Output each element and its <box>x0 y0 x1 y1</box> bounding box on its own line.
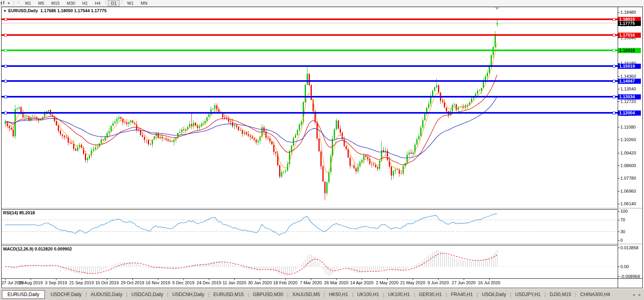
chart-tab-eurusd-m15[interactable]: EURUSD,M15 <box>210 291 247 298</box>
price-axis-tick-label: 1.13540 <box>620 87 636 91</box>
timeframe-button-m30[interactable]: M30 <box>64 0 78 6</box>
tab-scroll-left-icon[interactable]: ◂ <box>633 292 635 297</box>
price-axis-tick-label: 1.06960 <box>620 189 636 193</box>
chart-title: ▼EURUSD,Daily 1.17686 1.18050 1.17544 1.… <box>3 8 107 13</box>
chart-tab-dj30-m15[interactable]: DJ30,M15 <box>546 291 575 298</box>
candlestick-chart-icon-svg <box>0 1 6 6</box>
date-axis-label: 18 Feb 2020 <box>273 280 298 285</box>
date-axis-label: 29 Oct 2019 <box>121 280 144 285</box>
price-axis-tick-label: 1.11080 <box>620 125 636 129</box>
timeframe-button-m5[interactable]: M5 <box>35 0 47 6</box>
chart-tab-fra40-h1[interactable]: FRA40,H1 <box>447 291 477 298</box>
chart-tab-gbpusd-m30[interactable]: GBPUSD,M30 <box>249 291 287 298</box>
rsi-axis-tick-label: 0 <box>620 238 623 243</box>
chart-tab-usdchf-daily[interactable]: USDCHF,Daily <box>47 291 85 298</box>
date-axis-label: 9 Jun 2020 <box>427 280 449 285</box>
sr-line-price-badge: 1.17016 <box>618 33 641 38</box>
date-axis-label: 11 Jan 2020 <box>223 280 246 285</box>
timeframe-button-w1[interactable]: W1 <box>124 0 137 6</box>
timeframe-toolbar: ▼ ⠿ M1M5M15M30H1H4D1W1MN <box>0 0 644 7</box>
date-axis-label: 7 Mar 2020 <box>300 280 322 285</box>
price-axis-tick-label: 1.08600 <box>620 163 636 168</box>
date-axis-label: 10 Oct 2019 <box>95 280 119 285</box>
date-axis-label: 5 Dec 2019 <box>172 280 194 285</box>
chart-tab-eurusd-daily[interactable]: EURUSD,Daily <box>2 290 45 299</box>
chart-tab-audusd-daily[interactable]: AUDUSD,Daily <box>87 291 126 298</box>
price-axis-tick-label: 1.10260 <box>620 137 636 142</box>
date-axis-label: 30 Jan 2020 <box>248 280 272 285</box>
macd-axis-tick-label: 0.00 <box>620 264 629 269</box>
price-chart-canvas[interactable] <box>0 0 644 300</box>
macd-axis-tick-label: -0.008968 <box>620 274 640 279</box>
price-axis-tick-label: 1.14360 <box>620 74 636 79</box>
chart-tab-uk100-h1[interactable]: UK100,H1 <box>385 291 413 298</box>
candlestick-chart-icon[interactable] <box>0 1 6 6</box>
timeframe-button-mn[interactable]: MN <box>138 0 151 6</box>
date-axis-label: 16 Jul 2020 <box>478 280 500 285</box>
timeframe-button-h1[interactable]: H1 <box>79 0 91 6</box>
date-axis-label: 26 Mar 2020 <box>324 280 349 285</box>
timeframe-button-m15[interactable]: M15 <box>48 0 63 6</box>
price-axis-tick-label: 1.07780 <box>620 176 636 180</box>
timeframe-button-d1[interactable]: D1 <box>108 0 120 6</box>
chevron-down-icon[interactable]: ▼ <box>7 2 10 5</box>
date-axis-label: 15 Aug 2019 <box>18 280 43 285</box>
date-axis-label: 2 May 2020 <box>376 280 398 285</box>
rsi-indicator-label: RSI(14) 85.2018 <box>3 210 35 215</box>
date-axis-label: 3 Sep 2019 <box>45 280 67 285</box>
chart-tab-usoil-daily[interactable]: USOil,Daily <box>478 291 510 298</box>
triangle-down-icon[interactable]: ▼ <box>3 9 7 13</box>
price-axis-tick-label: 1.09420 <box>620 151 636 155</box>
chart-symbol-label: EURUSD,Daily <box>8 8 38 13</box>
date-axis-label: 14 Apr 2020 <box>350 280 374 285</box>
toolbar-drag-handle[interactable]: ⠿ <box>17 2 20 4</box>
tab-scroll-arrows: ◂ ▸ <box>633 292 641 297</box>
price-axis-tick-label: 1.12720 <box>620 99 636 104</box>
mt4-chart-window: ▼ ⠿ M1M5M15M30H1H4D1W1MN ▼EURUSD,Daily 1… <box>0 0 644 300</box>
rsi-axis-tick-label: 100 <box>620 209 627 213</box>
tab-scroll-right-icon[interactable]: ▸ <box>638 292 641 297</box>
date-axis-label: 21 Sep 2019 <box>69 280 94 285</box>
macd-indicator-label: MACD(12,26,9) 0.012820 0.009902 <box>3 247 72 251</box>
sr-line-price-badge: 1.14047 <box>618 79 641 84</box>
date-axis-label: 24 Dec 2019 <box>197 280 221 285</box>
sr-line-price-badge: 1.12004 <box>618 110 641 116</box>
chart-tab-china300-h4[interactable]: CHINA300,H4 <box>577 291 614 298</box>
sr-line-price-badge: 1.16018 <box>618 48 641 53</box>
price-axis-tick-label: 1.06140 <box>620 201 636 206</box>
macd-axis-tick-label: 0.013858 <box>620 245 638 250</box>
chart-tabs: EURUSD,DailyUSDCHF,Daily|AUDUSD,Daily|US… <box>2 290 614 299</box>
date-axis-label: 16 Nov 2019 <box>146 280 170 285</box>
timeframe-button-m1[interactable]: M1 <box>22 0 34 6</box>
date-axis-label: 21 May 2020 <box>400 280 425 285</box>
toolbar-separator <box>121 0 122 5</box>
rsi-axis-tick-label: 70 <box>620 217 625 222</box>
price-axis-tick-label: 1.18480 <box>620 10 636 15</box>
chart-tab-hk50-h1[interactable]: HK50,H1 <box>326 291 352 298</box>
chart-ohlc-values: 1.17686 1.18050 1.17544 1.17775 <box>40 8 107 13</box>
toolbar-separator <box>13 1 14 6</box>
chart-tab-usdcnh-daily[interactable]: USDCNH,Daily <box>169 291 208 298</box>
sr-line-price-badge: 1.15019 <box>618 64 641 69</box>
date-axis-label: 27 Jun 2020 <box>452 280 476 285</box>
timeframe-button-h4[interactable]: H4 <box>92 0 103 6</box>
chart-tab-xauusd-m5[interactable]: XAUUSD,M5 <box>289 291 324 298</box>
chart-tab-usdcad-daily[interactable]: USDCAD,Daily <box>128 291 167 298</box>
current-price-badge: 1.17775 <box>618 21 641 26</box>
sr-line-price-badge: 1.13034 <box>618 94 641 99</box>
chart-tab-ger30-h1[interactable]: GER30,H1 <box>416 291 445 298</box>
chart-tab-usdjpy-h1[interactable]: USDJPY,H1 <box>512 291 544 298</box>
chart-tab-bar: EURUSD,DailyUSDCHF,Daily|AUDUSD,Daily|US… <box>0 289 644 300</box>
timeframe-buttons: M1M5M15M30H1H4D1W1MN <box>22 0 151 6</box>
toolbar-separator <box>105 0 106 5</box>
rsi-axis-tick-label: 30 <box>620 229 625 234</box>
chart-tab-uk100-h1[interactable]: UK100,H1 <box>354 291 383 298</box>
